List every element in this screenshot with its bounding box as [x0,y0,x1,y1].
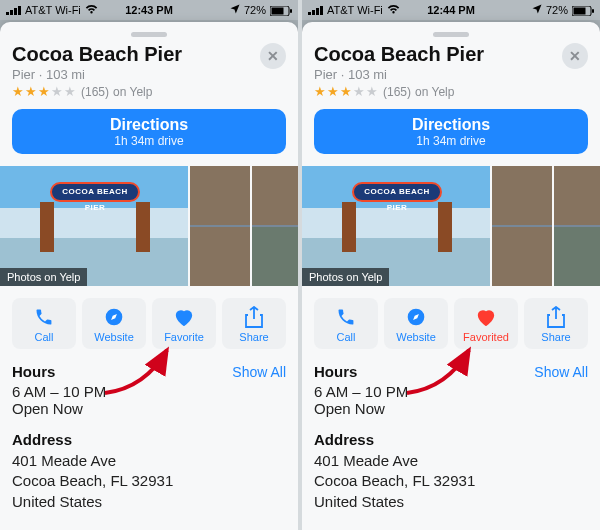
address-block[interactable]: 401 Meade Ave Cocoa Beach, FL 32931 Unit… [12,451,286,512]
place-subtitle: Pier · 103 mi [12,67,182,82]
hours-range: 6 AM – 10 PM [12,383,286,400]
phone-icon [336,306,356,328]
address-line: Cocoa Beach, FL 32931 [12,471,286,491]
close-icon: ✕ [267,48,279,64]
rating-row: ★★★★★ (165) on Yelp [314,84,484,99]
hours-section: Hours Show All 6 AM – 10 PM Open Now [314,363,588,417]
photos-source-badge: Photos on Yelp [302,268,389,286]
address-heading: Address [12,431,286,448]
compass-icon [406,306,426,328]
open-status: Open Now [12,400,286,417]
favorited-label: Favorited [463,331,509,343]
heart-icon [173,306,195,328]
photos-source-badge: Photos on Yelp [0,268,87,286]
hours-section: Hours Show All 6 AM – 10 PM Open Now [12,363,286,417]
share-label: Share [239,331,268,343]
place-title: Cocoa Beach Pier [314,43,484,66]
photo-column-2[interactable] [554,166,600,286]
website-label: Website [94,331,134,343]
photo-strip[interactable]: COCOA BEACH PIER Photos on Yelp [302,166,600,286]
sheet-grabber[interactable] [433,32,469,37]
photo-column-1[interactable] [190,166,250,286]
photo-column-2[interactable] [252,166,298,286]
status-bar: AT&T Wi-Fi 12:44 PM 72% [302,0,600,20]
address-line: 401 Meade Ave [12,451,286,471]
star-rating: ★★★★★ [314,84,379,99]
share-button[interactable]: Share [524,298,588,349]
favorite-button[interactable]: Favorite [152,298,216,349]
share-label: Share [541,331,570,343]
photo-thumb[interactable] [190,227,250,286]
review-count: (165) [81,85,109,99]
review-source: on Yelp [113,85,152,99]
address-section: Address 401 Meade Ave Cocoa Beach, FL 32… [314,431,588,512]
close-button[interactable]: ✕ [260,43,286,69]
address-line: United States [314,492,588,512]
rating-row: ★★★★★ (165) on Yelp [12,84,182,99]
photo-sign-text: COCOA BEACH PIER [50,182,140,202]
directions-eta: 1h 34m drive [314,134,588,148]
photo-thumb[interactable] [554,166,600,225]
close-button[interactable]: ✕ [562,43,588,69]
photo-thumb[interactable] [554,227,600,286]
photo-strip[interactable]: COCOA BEACH PIER Photos on Yelp [0,166,298,286]
close-icon: ✕ [569,48,581,64]
photo-main[interactable]: COCOA BEACH PIER Photos on Yelp [302,166,490,286]
sheet-grabber[interactable] [131,32,167,37]
address-line: Cocoa Beach, FL 32931 [314,471,588,491]
address-line: United States [12,492,286,512]
share-icon [547,306,565,328]
clock-label: 12:43 PM [0,4,298,16]
screenshot-right: AT&T Wi-Fi 12:44 PM 72% Cocoa Beach Pier… [302,0,600,530]
directions-label: Directions [12,116,286,134]
photo-column-1[interactable] [492,166,552,286]
phone-icon [34,306,54,328]
photo-sign-text: COCOA BEACH PIER [352,182,442,202]
photo-thumb[interactable] [492,166,552,225]
show-all-hours[interactable]: Show All [232,364,286,380]
action-row: Call Website Favorited Share [314,298,588,349]
website-button[interactable]: Website [82,298,146,349]
status-bar: AT&T Wi-Fi 12:43 PM 72% [0,0,298,20]
share-icon [245,306,263,328]
directions-eta: 1h 34m drive [12,134,286,148]
screenshot-left: AT&T Wi-Fi 12:43 PM 72% Cocoa Beach Pier… [0,0,298,530]
show-all-hours[interactable]: Show All [534,364,588,380]
directions-button[interactable]: Directions 1h 34m drive [12,109,286,154]
share-button[interactable]: Share [222,298,286,349]
review-source: on Yelp [415,85,454,99]
photo-thumb[interactable] [252,227,298,286]
photo-thumb[interactable] [190,166,250,225]
clock-label: 12:44 PM [302,4,600,16]
open-status: Open Now [314,400,588,417]
call-button[interactable]: Call [12,298,76,349]
favorite-label: Favorite [164,331,204,343]
place-card[interactable]: Cocoa Beach Pier Pier · 103 mi ★★★★★ (16… [0,22,298,530]
heart-filled-icon [475,306,497,328]
review-count: (165) [383,85,411,99]
website-label: Website [396,331,436,343]
photo-thumb[interactable] [252,166,298,225]
hours-heading: Hours [12,363,55,380]
website-button[interactable]: Website [384,298,448,349]
address-heading: Address [314,431,588,448]
place-subtitle: Pier · 103 mi [314,67,484,82]
place-title: Cocoa Beach Pier [12,43,182,66]
favorite-button[interactable]: Favorited [454,298,518,349]
address-block[interactable]: 401 Meade Ave Cocoa Beach, FL 32931 Unit… [314,451,588,512]
call-button[interactable]: Call [314,298,378,349]
call-label: Call [35,331,54,343]
address-section: Address 401 Meade Ave Cocoa Beach, FL 32… [12,431,286,512]
photo-main[interactable]: COCOA BEACH PIER Photos on Yelp [0,166,188,286]
action-row: Call Website Favorite Share [12,298,286,349]
address-line: 401 Meade Ave [314,451,588,471]
star-rating: ★★★★★ [12,84,77,99]
hours-range: 6 AM – 10 PM [314,383,588,400]
photo-thumb[interactable] [492,227,552,286]
directions-label: Directions [314,116,588,134]
call-label: Call [337,331,356,343]
hours-heading: Hours [314,363,357,380]
directions-button[interactable]: Directions 1h 34m drive [314,109,588,154]
compass-icon [104,306,124,328]
place-card[interactable]: Cocoa Beach Pier Pier · 103 mi ★★★★★ (16… [302,22,600,530]
